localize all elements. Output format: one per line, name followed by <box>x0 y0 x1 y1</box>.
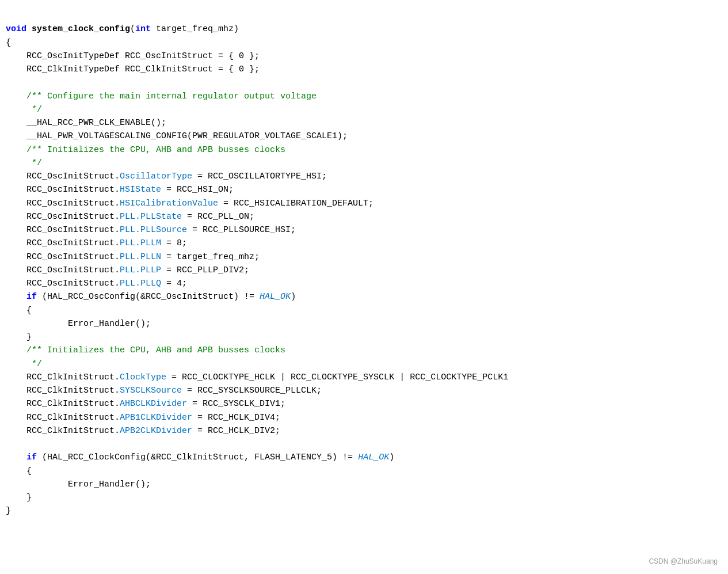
code-content: void system_clock_config(int target_freq… <box>6 9 716 518</box>
keyword-void: void <box>6 24 26 34</box>
function-name: system_clock_config <box>32 24 130 34</box>
watermark: CSDN @ZhuSuKuang <box>649 556 718 567</box>
